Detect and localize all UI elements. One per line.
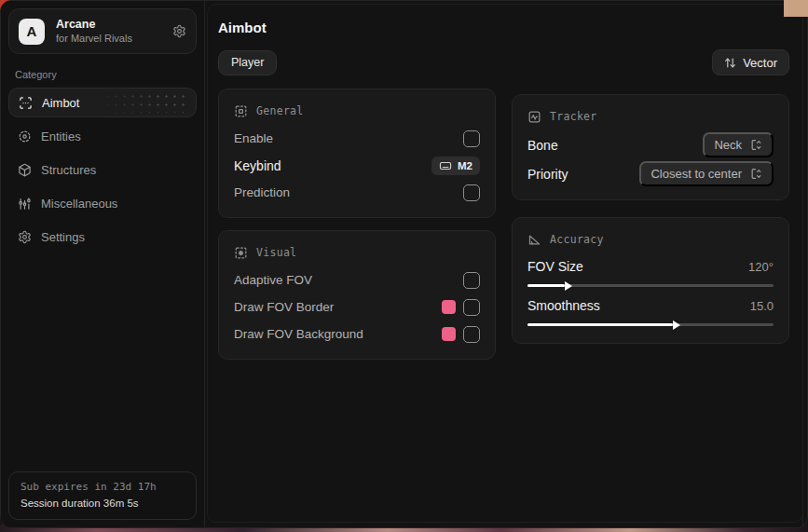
sidebar-item-aimbot[interactable]: Aimbot xyxy=(8,88,197,117)
sidebar-nav: Aimbot Entities Structures xyxy=(8,88,197,252)
general-card: General Enable Keybind xyxy=(218,89,496,218)
subscription-card: Sub expires in 23d 17h Session duration … xyxy=(8,471,197,520)
accuracy-card: Accuracy FOV Size 120° xyxy=(512,217,789,344)
setting-label: Enable xyxy=(234,131,273,145)
app-window: A Arcane for Marvel Rivals Category Aimb… xyxy=(0,0,808,528)
scan-icon xyxy=(19,96,33,110)
setting-label: Draw FOV Background xyxy=(234,327,363,341)
brand-name: Arcane xyxy=(56,18,161,32)
dropdown-value: Neck xyxy=(714,138,742,152)
setting-row-prediction: Prediction xyxy=(234,179,480,206)
visual-card: Visual Adaptive FOV Draw FOV Border xyxy=(218,230,496,360)
scrollbar-track[interactable] xyxy=(802,1,803,527)
scan-eye-icon xyxy=(18,130,32,143)
setting-label: Prediction xyxy=(234,185,290,199)
vector-button[interactable]: Vector xyxy=(712,49,789,75)
focus-square-icon xyxy=(234,104,248,118)
toolbar: Player Vector xyxy=(218,49,789,75)
setting-row-fov-size: FOV Size 120° xyxy=(527,253,774,293)
fov-background-checkbox[interactable] xyxy=(463,326,480,343)
slider-fill[interactable] xyxy=(527,323,673,326)
smoothness-slider[interactable] xyxy=(527,323,774,326)
setting-label: Draw FOV Border xyxy=(234,300,334,314)
brand-card: A Arcane for Marvel Rivals xyxy=(8,8,197,54)
sidebar-item-settings[interactable]: Settings xyxy=(8,222,197,252)
sparkle-square-icon xyxy=(234,246,248,260)
sidebar-item-label: Settings xyxy=(41,230,85,244)
unfold-icon xyxy=(750,168,762,180)
setting-row-smoothness: Smoothness 15.0 xyxy=(527,293,774,332)
slider-fill[interactable] xyxy=(527,284,565,287)
sidebar-item-label: Structures xyxy=(41,163,96,177)
tab-player[interactable]: Player xyxy=(218,50,277,75)
setting-label: Priority xyxy=(527,167,568,182)
desktop-background: A Arcane for Marvel Rivals Category Aimb… xyxy=(0,0,808,532)
sidebar-item-miscellaneous[interactable]: Miscellaneous xyxy=(8,188,197,218)
vector-button-label: Vector xyxy=(743,56,777,70)
slider-value: 15.0 xyxy=(750,299,774,313)
brand-logo: A xyxy=(19,19,45,45)
enable-checkbox[interactable] xyxy=(463,130,480,147)
main-panel: Aimbot Player Vector xyxy=(205,1,808,527)
card-title: General xyxy=(256,104,304,117)
slider-value: 120° xyxy=(748,260,774,274)
sidebar-item-label: Entities xyxy=(41,130,81,143)
setting-row-priority: Priority Closest to center xyxy=(527,159,774,188)
setting-label: Bone xyxy=(527,138,558,153)
sidebar: A Arcane for Marvel Rivals Category Aimb… xyxy=(1,1,205,527)
bone-dropdown[interactable]: Neck xyxy=(703,132,774,157)
prediction-checkbox[interactable] xyxy=(463,184,480,201)
page-title: Aimbot xyxy=(218,20,789,35)
brand-subtitle: for Marvel Rivals xyxy=(56,32,161,45)
sidebar-item-entities[interactable]: Entities xyxy=(8,121,197,151)
color-swatch[interactable] xyxy=(442,327,456,341)
unfold-icon xyxy=(750,139,762,151)
setting-label: FOV Size xyxy=(527,259,583,274)
setting-row-bone: Bone Neck xyxy=(527,130,774,159)
cards-grid: General Enable Keybind xyxy=(218,89,789,360)
sidebar-item-label: Aimbot xyxy=(42,96,79,110)
setting-label: Adaptive FOV xyxy=(234,273,312,287)
sidebar-item-structures[interactable]: Structures xyxy=(8,155,197,184)
setting-label: Keybind xyxy=(234,158,281,173)
keyboard-icon xyxy=(439,159,452,172)
setting-row-fov-background: Draw FOV Background xyxy=(234,321,480,348)
setting-label: Smoothness xyxy=(527,298,600,313)
activity-square-icon xyxy=(527,110,541,124)
box-icon xyxy=(18,163,32,177)
fov-size-slider[interactable] xyxy=(527,284,774,287)
arrow-up-down-icon xyxy=(724,57,736,69)
session-duration-text: Session duration 36m 5s xyxy=(21,496,185,511)
card-title: Tracker xyxy=(550,110,597,123)
dot-pattern xyxy=(95,92,188,113)
angle-triangle-icon xyxy=(527,233,541,247)
card-title: Accuracy xyxy=(550,233,604,246)
priority-dropdown[interactable]: Closest to center xyxy=(639,161,774,186)
category-label: Category xyxy=(15,69,197,80)
color-swatch[interactable] xyxy=(442,300,456,314)
sidebar-item-label: Miscellaneous xyxy=(41,197,117,211)
keybind-badge[interactable]: M2 xyxy=(431,157,480,175)
card-title: Visual xyxy=(256,246,296,259)
setting-row-adaptive-fov: Adaptive FOV xyxy=(234,266,480,293)
dropdown-value: Closest to center xyxy=(651,167,742,181)
keybind-value: M2 xyxy=(458,160,472,171)
setting-row-keybind: Keybind M2 xyxy=(234,152,480,179)
sub-expiry-text: Sub expires in 23d 17h xyxy=(21,480,185,495)
fov-border-checkbox[interactable] xyxy=(463,299,480,316)
setting-row-fov-border: Draw FOV Border xyxy=(234,293,480,321)
chart-icon xyxy=(18,197,32,211)
gear-icon xyxy=(18,230,32,244)
tracker-card: Tracker Bone Neck Pri xyxy=(512,94,789,200)
gear-icon[interactable] xyxy=(172,24,186,38)
adaptive-fov-checkbox[interactable] xyxy=(463,272,480,289)
setting-row-enable: Enable xyxy=(234,125,480,152)
